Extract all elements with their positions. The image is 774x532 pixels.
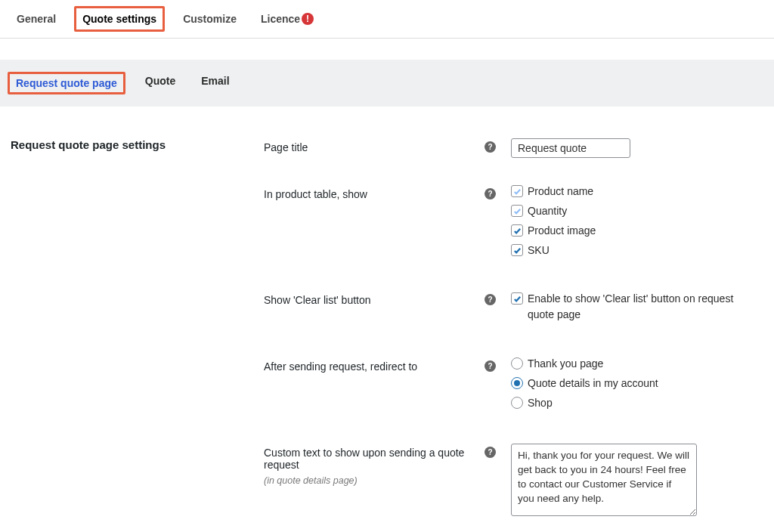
row-custom-text: Custom text to show upon sending a quote… [264,444,763,518]
sub-tabs: Request quote page Quote Email [0,60,774,107]
opt-sku: SKU [528,244,550,256]
help-icon[interactable]: ? [485,188,496,200]
label-custom-text: Custom text to show upon sending a quote… [264,447,464,471]
subtab-email[interactable]: Email [195,72,235,90]
checkbox-product-name[interactable] [511,185,523,197]
checkbox-quantity[interactable] [511,205,523,217]
desc-clear-list: Enable to show 'Clear list' button on re… [528,291,754,323]
form-table: Page title ? In product table, show ? Pr… [264,138,763,532]
radio-thank-you[interactable] [511,357,523,370]
settings-form: Request quote page settings Page title ?… [0,107,774,532]
tab-customize[interactable]: Customize [177,6,243,32]
help-icon[interactable]: ? [485,141,496,153]
checkbox-product-image[interactable] [511,224,523,237]
opt-product-name: Product name [528,185,593,197]
tab-licence-label: Licence [261,13,300,25]
opt-product-image: Product image [528,224,596,237]
row-product-table: In product table, show ? Product name Qu… [264,185,763,264]
checkbox-clear-list[interactable] [511,292,523,305]
label-clear-list: Show 'Clear list' button [264,294,371,306]
opt-thank-you: Thank you page [528,357,603,370]
label-redirect: After sending request, redirect to [264,360,417,373]
checkbox-sku[interactable] [511,244,523,256]
opt-quantity: Quantity [528,205,567,217]
opt-shop: Shop [528,397,553,409]
top-tabs: General Quote settings Customize Licence… [0,0,774,39]
sublabel-custom-text: (in quote details page) [264,475,480,486]
subtab-request-quote-page[interactable]: Request quote page [8,72,125,94]
tab-general[interactable]: General [11,6,62,32]
page-title-input[interactable] [511,138,630,158]
section-heading: Request quote page settings [11,138,264,532]
row-clear-list: Show 'Clear list' button ? Enable to sho… [264,291,763,330]
tab-licence[interactable]: Licence ! [255,6,320,32]
help-icon[interactable]: ? [485,447,496,458]
row-page-title: Page title ? [264,138,763,158]
tab-quote-settings[interactable]: Quote settings [74,6,165,32]
radio-shop[interactable] [511,397,523,409]
label-page-title: Page title [264,141,308,153]
help-icon[interactable]: ? [485,360,496,372]
alert-icon: ! [302,13,314,25]
opt-quote-details: Quote details in my account [528,377,658,389]
row-redirect: After sending request, redirect to ? Tha… [264,357,763,416]
subtab-quote[interactable]: Quote [139,72,181,90]
label-product-table: In product table, show [264,188,367,200]
custom-text-textarea[interactable] [511,444,697,516]
help-icon[interactable]: ? [485,294,496,305]
radio-quote-details[interactable] [511,377,523,389]
